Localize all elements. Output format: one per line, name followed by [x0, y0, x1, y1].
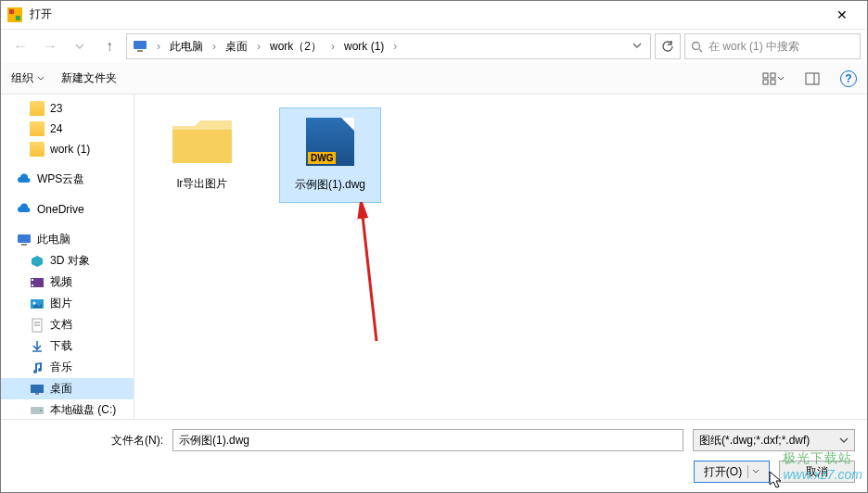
footer: 文件名(N): 图纸(*.dwg;*.dxf;*.dwf) 打开(O) 取消: [0, 419, 868, 492]
file-list: lr导出图片示例图(1).dwg: [134, 95, 868, 419]
titlebar: 打开 ✕: [0, 0, 868, 30]
sidebar-item-1[interactable]: 24: [0, 119, 134, 139]
chevron-icon: ›: [209, 40, 220, 53]
svg-rect-13: [18, 234, 31, 243]
chevron-icon: ›: [253, 40, 264, 53]
chevron-icon: ›: [389, 40, 401, 53]
svg-rect-2: [16, 16, 20, 20]
svg-rect-16: [32, 279, 33, 281]
forward-button[interactable]: →: [37, 33, 63, 59]
search-placeholder: 在 work (1) 中搜索: [708, 39, 799, 55]
app-icon: [7, 7, 22, 22]
sidebar-item-9[interactable]: 文档: [0, 314, 134, 335]
crumb-3[interactable]: work (1): [340, 38, 388, 55]
chevron-icon: ›: [153, 40, 164, 53]
new-folder-button[interactable]: 新建文件夹: [61, 70, 117, 86]
breadcrumb-dropdown[interactable]: [630, 40, 645, 53]
chevron-icon: ›: [327, 40, 338, 53]
svg-rect-1: [9, 9, 14, 14]
cancel-button[interactable]: 取消: [779, 461, 855, 483]
view-mode-button[interactable]: [762, 68, 785, 90]
svg-rect-10: [771, 80, 775, 84]
svg-rect-8: [771, 73, 775, 78]
svg-rect-17: [32, 284, 33, 286]
pc-icon: [133, 39, 147, 54]
up-button[interactable]: ↑: [96, 33, 122, 59]
organize-menu[interactable]: 组织: [11, 70, 45, 86]
filename-label: 文件名(N):: [111, 433, 163, 449]
recent-dropdown[interactable]: [67, 33, 93, 59]
svg-rect-3: [134, 41, 147, 49]
file-type-filter[interactable]: 图纸(*.dwg;*.dxf;*.dwf): [693, 429, 855, 451]
file-item-0[interactable]: lr导出图片: [151, 107, 253, 201]
toolbar: 组织 新建文件夹 ?: [0, 63, 868, 95]
filename-input[interactable]: [172, 429, 683, 451]
svg-rect-11: [806, 73, 819, 84]
sidebar-item-10[interactable]: 下载: [0, 335, 134, 357]
svg-point-26: [40, 410, 42, 411]
sidebar-item-8[interactable]: 图片: [0, 293, 134, 314]
sidebar-item-12[interactable]: 桌面: [0, 378, 134, 399]
search-icon: [691, 41, 703, 53]
crumb-0[interactable]: 此电脑: [166, 37, 207, 57]
sidebar-item-2[interactable]: work (1): [0, 139, 134, 159]
preview-pane-button[interactable]: [801, 68, 823, 90]
sidebar: 2324work (1)WPS云盘OneDrive此电脑3D 对象视频图片文档下…: [0, 95, 134, 419]
help-button[interactable]: ?: [840, 70, 857, 87]
svg-point-19: [33, 301, 36, 304]
navbar: ← → ↑ › 此电脑 › 桌面 › work（2） › work (1) › …: [0, 30, 868, 63]
breadcrumb[interactable]: › 此电脑 › 桌面 › work（2） › work (1) ›: [126, 33, 651, 59]
sidebar-item-6[interactable]: 3D 对象: [0, 250, 134, 272]
crumb-2[interactable]: work（2）: [266, 37, 326, 57]
chevron-down-icon: [839, 436, 849, 445]
close-button[interactable]: ✕: [823, 7, 861, 22]
search-input[interactable]: 在 work (1) 中搜索: [684, 33, 861, 59]
svg-line-6: [699, 49, 702, 52]
back-button[interactable]: ←: [7, 33, 33, 59]
sidebar-item-13[interactable]: 本地磁盘 (C:): [0, 399, 134, 419]
svg-rect-9: [763, 80, 768, 84]
svg-rect-14: [21, 244, 27, 246]
sidebar-item-4[interactable]: OneDrive: [0, 199, 134, 220]
file-item-1[interactable]: 示例图(1).dwg: [279, 107, 381, 203]
sidebar-item-5[interactable]: 此电脑: [0, 229, 134, 250]
svg-point-5: [693, 42, 700, 49]
refresh-button[interactable]: [655, 33, 681, 59]
svg-rect-7: [763, 73, 768, 78]
sidebar-item-0[interactable]: 23: [0, 98, 134, 119]
sidebar-item-7[interactable]: 视频: [0, 272, 134, 293]
window-title: 打开: [30, 6, 823, 22]
svg-rect-23: [31, 385, 44, 393]
sidebar-item-11[interactable]: 音乐: [0, 357, 134, 378]
open-button[interactable]: 打开(O): [694, 461, 770, 483]
crumb-1[interactable]: 桌面: [222, 37, 251, 57]
svg-rect-4: [137, 50, 143, 52]
svg-rect-24: [35, 393, 39, 395]
sidebar-item-3[interactable]: WPS云盘: [0, 169, 134, 190]
